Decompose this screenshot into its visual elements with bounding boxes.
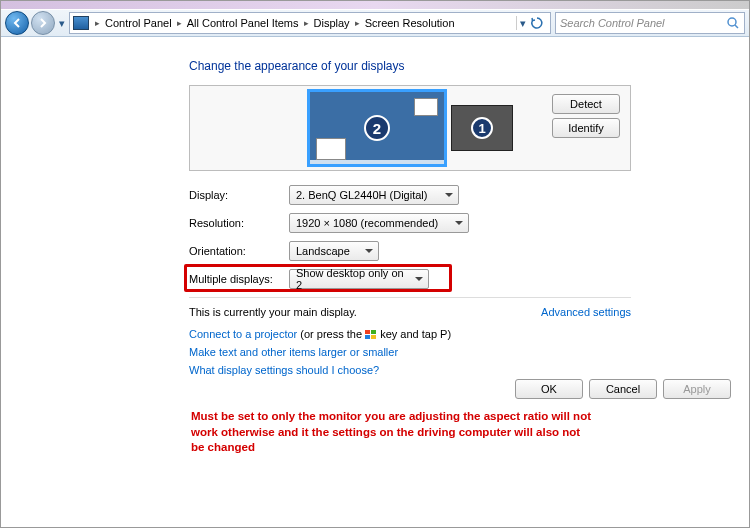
projector-hint-text-end: key and tap P)	[377, 328, 451, 340]
svg-line-1	[735, 25, 738, 28]
nav-forward-button[interactable]	[31, 11, 55, 35]
text-size-link[interactable]: Make text and other items larger or smal…	[189, 346, 398, 358]
breadcrumb[interactable]: ▸ Control Panel ▸ All Control Panel Item…	[69, 12, 551, 34]
taskbar-thumbnail	[310, 160, 444, 164]
chevron-right-icon[interactable]: ▸	[300, 18, 313, 28]
orientation-label: Orientation:	[189, 245, 289, 257]
breadcrumb-item[interactable]: Control Panel	[104, 17, 173, 29]
nav-back-button[interactable]	[5, 11, 29, 35]
chevron-right-icon[interactable]: ▸	[351, 18, 364, 28]
apply-button[interactable]: Apply	[663, 379, 731, 399]
monitor-2[interactable]: 2	[307, 89, 447, 167]
detect-button[interactable]: Detect	[552, 94, 620, 114]
multiple-displays-select[interactable]: Show desktop only on 2	[289, 269, 429, 289]
identify-button[interactable]: Identify	[552, 118, 620, 138]
nav-history-dropdown[interactable]: ▾	[57, 11, 67, 35]
monitor-number: 1	[471, 117, 493, 139]
annotation-note: Must be set to only the monitor you are …	[191, 409, 591, 456]
search-icon	[726, 16, 740, 30]
explorer-nav-bar: ▾ ▸ Control Panel ▸ All Control Panel It…	[1, 9, 749, 37]
display-help-link[interactable]: What display settings should I choose?	[189, 364, 379, 376]
breadcrumb-item[interactable]: Display	[313, 17, 351, 29]
divider	[189, 297, 631, 298]
breadcrumb-item[interactable]: Screen Resolution	[364, 17, 456, 29]
resolution-label: Resolution:	[189, 217, 289, 229]
cancel-button[interactable]: Cancel	[589, 379, 657, 399]
display-arrangement-preview[interactable]: 2 1 Detect Identify	[189, 85, 631, 171]
display-label: Display:	[189, 189, 289, 201]
main-display-status: This is currently your main display.	[189, 306, 357, 318]
display-select[interactable]: 2. BenQ GL2440H (Digital)	[289, 185, 459, 205]
chevron-right-icon[interactable]: ▸	[173, 18, 186, 28]
multiple-displays-label: Multiple displays:	[189, 273, 289, 285]
projector-hint-text: (or press the	[297, 328, 365, 340]
window-thumbnail	[316, 138, 346, 160]
window-thumbnail	[414, 98, 438, 116]
connect-projector-link[interactable]: Connect to a projector	[189, 328, 297, 340]
svg-point-0	[728, 18, 736, 26]
refresh-button[interactable]: ▾	[516, 16, 547, 30]
windows-key-icon	[365, 330, 377, 340]
advanced-settings-link[interactable]: Advanced settings	[541, 306, 631, 318]
monitor-1[interactable]: 1	[451, 105, 513, 151]
breadcrumb-item[interactable]: All Control Panel Items	[186, 17, 300, 29]
orientation-select[interactable]: Landscape	[289, 241, 379, 261]
chevron-right-icon[interactable]: ▸	[91, 18, 104, 28]
control-panel-icon	[73, 16, 89, 30]
page-title: Change the appearance of your displays	[189, 59, 749, 73]
resolution-select[interactable]: 1920 × 1080 (recommended)	[289, 213, 469, 233]
search-placeholder: Search Control Panel	[560, 17, 665, 29]
ok-button[interactable]: OK	[515, 379, 583, 399]
search-input[interactable]: Search Control Panel	[555, 12, 745, 34]
monitor-number: 2	[364, 115, 390, 141]
